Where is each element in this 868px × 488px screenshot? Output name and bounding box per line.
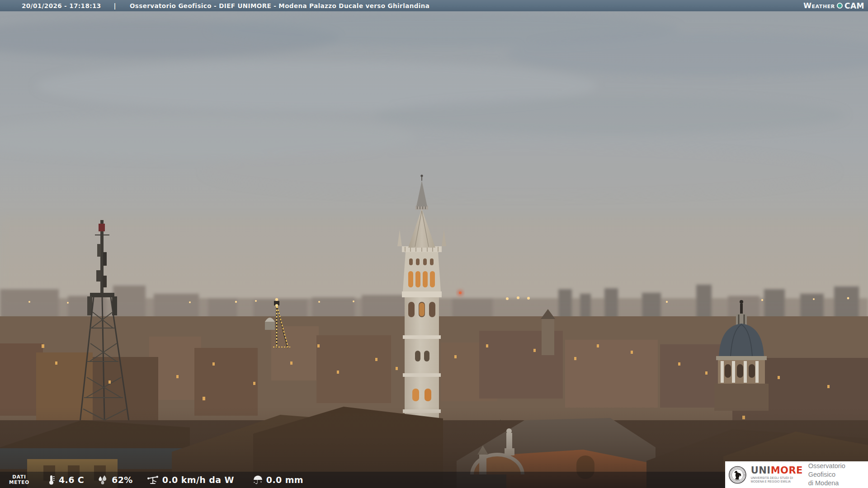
separator: |	[114, 2, 116, 9]
webcam-frame: 20/01/2026 - 17:18:13 | Osservatorio Geo…	[0, 0, 868, 488]
rain-value: 0.0 mm	[266, 475, 303, 485]
wind-reading: 0.0 km/h da W	[146, 474, 234, 485]
umbrella-icon	[252, 474, 263, 485]
temperature-value: 4.6 C	[59, 475, 84, 485]
anemometer-icon	[146, 474, 159, 485]
temperature-reading: 4.6 C	[47, 474, 84, 485]
datetime-text: 20/01/2026 - 17:18:13	[22, 2, 101, 9]
unimore-more-text: MORE	[771, 465, 803, 476]
rain-reading: 0.0 mm	[252, 474, 303, 485]
unimore-uni-text: UNI	[751, 465, 771, 476]
top-bar-text: 20/01/2026 - 17:18:13 | Osservatorio Geo…	[0, 2, 429, 9]
weathercam-weather-label: Weather	[803, 1, 835, 10]
wind-value: 0.0 km/h da W	[162, 475, 234, 485]
humidity-value: 62%	[112, 475, 133, 485]
weathercam-logo: Weather CAM	[803, 1, 868, 10]
droplets-icon	[97, 474, 108, 485]
humidity-reading: 62%	[97, 474, 133, 485]
observatory-name: Osservatorio Geofisico di Modena	[808, 462, 864, 488]
dati-meteo-label: DATI METEO	[9, 474, 29, 485]
top-bar: 20/01/2026 - 17:18:13 | Osservatorio Geo…	[0, 0, 868, 11]
weathercam-dot-icon	[837, 3, 843, 9]
webcam-scene	[0, 0, 868, 488]
unimore-seal-icon: 1175	[728, 464, 747, 486]
seal-year: 1175	[736, 479, 739, 481]
weathercam-cam-label: CAM	[844, 1, 864, 10]
unimore-subtitle: UNIVERSITÀ DEGLI STUDI DI MODENA E REGGI…	[751, 476, 804, 483]
camera-title: Osservatorio Geofisico - DIEF UNIMORE - …	[130, 2, 429, 9]
unimore-wordmark: UNIMORE UNIVERSITÀ DEGLI STUDI DI MODENA…	[751, 466, 804, 483]
unimore-logo-box: 1175 UNIMORE UNIVERSITÀ DEGLI STUDI DI M…	[725, 461, 868, 488]
thermometer-icon	[47, 474, 56, 485]
